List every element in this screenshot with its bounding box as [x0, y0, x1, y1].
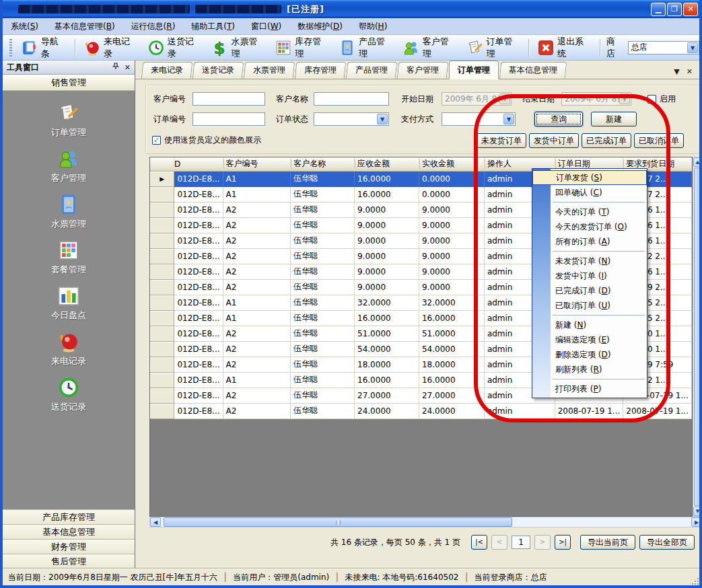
- context-menu-item[interactable]: 订单发货 (S): [532, 170, 647, 185]
- horizontal-scrollbar[interactable]: ◀ ▶: [149, 517, 702, 527]
- tab-送货记录[interactable]: 送货记录: [192, 62, 244, 79]
- menubar-item-D[interactable]: 数据维护(D): [289, 18, 351, 35]
- checkmark-icon[interactable]: ✓: [152, 136, 161, 145]
- sidebar-item[interactable]: 客户管理: [18, 143, 119, 189]
- sidebar-item[interactable]: 来电记录: [18, 326, 119, 372]
- export-current-page-button[interactable]: 导出当前页: [580, 535, 635, 550]
- sidebar-item[interactable]: 套餐管理: [18, 235, 119, 281]
- next-page-button[interactable]: >: [534, 535, 551, 550]
- menubar-item-S[interactable]: 系统(S): [3, 18, 46, 35]
- row-selector[interactable]: [150, 186, 174, 202]
- status-filter-button[interactable]: 已完成订单: [582, 133, 631, 148]
- sidebar-group-button[interactable]: 财务管理: [3, 539, 135, 554]
- enable-checkbox[interactable]: 启用: [647, 94, 676, 104]
- context-menu-item[interactable]: 刷新列表 (R): [532, 362, 647, 377]
- last-page-button[interactable]: >|: [555, 535, 571, 550]
- tab-close-icon[interactable]: ✕: [687, 67, 693, 76]
- prev-page-button[interactable]: <: [491, 535, 507, 550]
- chevron-down-icon[interactable]: ▼: [687, 42, 698, 53]
- row-selector[interactable]: ▶: [150, 171, 174, 186]
- context-menu-item[interactable]: 回单确认 (C): [532, 185, 647, 200]
- close-button[interactable]: ✕: [683, 3, 698, 16]
- row-selector[interactable]: [150, 357, 174, 372]
- row-selector[interactable]: [150, 295, 174, 310]
- column-header[interactable]: 客户名称: [291, 157, 355, 171]
- context-menu-item[interactable]: 所有的订单 (A): [532, 234, 647, 249]
- row-selector[interactable]: [150, 264, 174, 279]
- minimize-button[interactable]: ▁: [651, 3, 666, 16]
- status-filter-button[interactable]: 发货中订单: [529, 133, 579, 148]
- context-menu-item[interactable]: 已完成订单 (D): [532, 283, 647, 298]
- new-button[interactable]: 新建: [591, 112, 637, 126]
- toolbar-button[interactable]: 退出系统: [532, 34, 596, 62]
- row-selector[interactable]: [150, 403, 174, 418]
- column-header[interactable]: [150, 157, 174, 171]
- toolbar-button[interactable]: $水票管理: [206, 34, 270, 62]
- vertical-scrollbar-thumb[interactable]: [694, 168, 701, 506]
- column-header[interactable]: 实收金额: [419, 157, 484, 171]
- tab-基本信息管理[interactable]: 基本信息管理: [499, 62, 567, 79]
- toolbar-button[interactable]: 库存管理: [270, 34, 334, 62]
- row-selector[interactable]: [150, 248, 174, 264]
- page-number-input[interactable]: 1: [512, 536, 530, 549]
- table-row[interactable]: 012D-E8...A2伍华聪24.000024.0000admin2008-0…: [150, 403, 692, 418]
- sidebar-item[interactable]: 订单管理: [18, 98, 119, 143]
- row-selector[interactable]: [150, 202, 174, 217]
- tab-产品管理[interactable]: 产品管理: [346, 62, 398, 79]
- row-selector[interactable]: [150, 217, 174, 233]
- maximize-button[interactable]: ❐: [667, 3, 682, 16]
- status-filter-button[interactable]: 未发货订单: [477, 133, 526, 148]
- tab-水票管理[interactable]: 水票管理: [244, 62, 295, 79]
- context-menu-item[interactable]: 发货中订单 (I): [532, 268, 647, 283]
- toolbar-button[interactable]: 送货记录: [143, 34, 207, 62]
- row-selector[interactable]: [150, 233, 174, 248]
- store-select[interactable]: 总店▼: [628, 41, 699, 54]
- toolbar-button[interactable]: 产品管理: [334, 34, 398, 62]
- toolbar-button[interactable]: 订单管理: [462, 34, 526, 62]
- column-header[interactable]: 客户编号: [223, 157, 291, 171]
- sidebar-group-button[interactable]: 基本信息管理: [3, 524, 135, 539]
- row-selector[interactable]: [150, 279, 174, 295]
- sidebar-group-button[interactable]: 产品库存管理: [3, 509, 135, 524]
- menubar-item-B[interactable]: 基本信息管理(B): [46, 18, 123, 35]
- row-selector[interactable]: [150, 372, 174, 388]
- column-header[interactable]: ID: [174, 157, 223, 171]
- customer-name-input[interactable]: [314, 92, 389, 106]
- close-panel-icon[interactable]: ✕: [125, 63, 131, 72]
- query-button[interactable]: 查询: [534, 112, 583, 126]
- tab-来电记录[interactable]: 来电记录: [141, 62, 193, 79]
- tab-客户管理[interactable]: 客户管理: [397, 62, 449, 79]
- tab-订单管理[interactable]: 订单管理: [449, 61, 499, 79]
- sidebar-item[interactable]: 今日盘点: [18, 281, 119, 326]
- scroll-right-icon[interactable]: ▶: [691, 517, 702, 527]
- scroll-up-icon[interactable]: ▲: [693, 157, 702, 167]
- menubar-item-R[interactable]: 运行信息(R): [123, 18, 184, 35]
- context-menu-item[interactable]: 今天的订单 (T): [532, 205, 647, 219]
- end-date-picker[interactable]: 2009年 6月 8日▼: [561, 92, 631, 106]
- row-selector[interactable]: [150, 326, 174, 341]
- row-selector[interactable]: [150, 388, 174, 403]
- row-selector[interactable]: [150, 310, 174, 326]
- context-menu-item[interactable]: 今天的发货订单 (O): [532, 219, 647, 234]
- toolbar-button[interactable]: 导航条: [16, 34, 71, 62]
- tab-list-dropdown-icon[interactable]: ▼: [674, 67, 679, 76]
- context-menu-item[interactable]: 新建 (N): [532, 318, 647, 332]
- context-menu-item[interactable]: 已取消订单 (U): [532, 298, 647, 313]
- row-selector[interactable]: [150, 341, 174, 357]
- status-filter-button[interactable]: 已取消订单: [634, 133, 684, 148]
- pin-icon[interactable]: [112, 63, 119, 72]
- menubar-item-H[interactable]: 帮助(H): [351, 18, 395, 35]
- export-all-pages-button[interactable]: 导出全部页: [639, 535, 695, 550]
- order-no-input[interactable]: [192, 112, 265, 126]
- tab-库存管理[interactable]: 库存管理: [295, 62, 347, 79]
- chevron-down-icon[interactable]: ▼: [377, 114, 388, 124]
- vertical-scrollbar[interactable]: ▲ ▼: [693, 157, 702, 517]
- sidebar-item[interactable]: 送货记录: [18, 372, 119, 418]
- sidebar-group-header[interactable]: 销售管理: [3, 75, 135, 91]
- chevron-down-icon[interactable]: ▼: [499, 94, 510, 104]
- start-date-picker[interactable]: 2009年 6月 8日▼: [442, 92, 512, 106]
- toolbar-button[interactable]: 来电记录: [79, 34, 143, 62]
- order-status-select[interactable]: ▼: [314, 112, 389, 126]
- context-menu-item[interactable]: 未发货订单 (N): [532, 254, 647, 268]
- menubar-item-T[interactable]: 辅助工具(T): [183, 18, 243, 35]
